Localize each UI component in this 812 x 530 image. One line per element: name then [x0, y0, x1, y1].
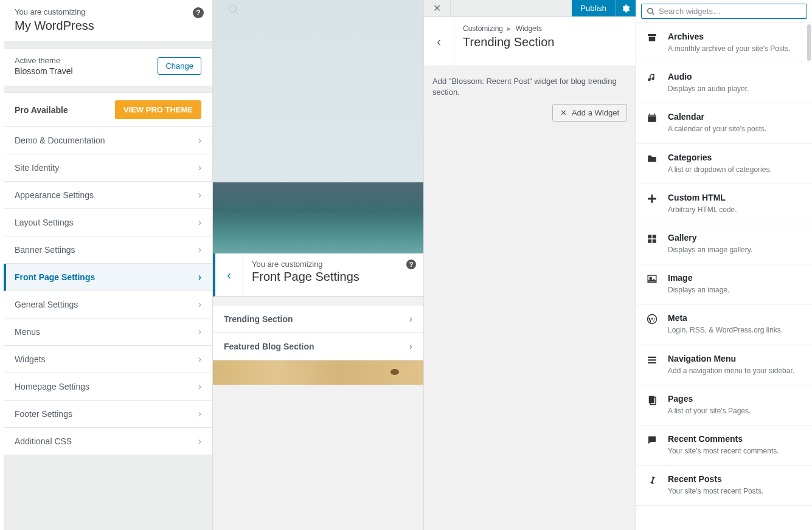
- widget-desc: A list of your site's Pages.: [668, 406, 803, 416]
- search-icon[interactable]: [227, 4, 240, 16]
- archive-icon: [645, 32, 659, 53]
- menu-item-label: Appearance Settings: [15, 190, 94, 200]
- menu-item-widgets[interactable]: Widgets ›: [4, 346, 212, 373]
- gear-icon[interactable]: [615, 0, 636, 16]
- pages-icon: [645, 394, 659, 416]
- chevron-right-icon: ›: [198, 244, 201, 255]
- audio-icon: [645, 72, 659, 94]
- view-pro-theme-button[interactable]: VIEW PRO THEME: [115, 100, 201, 119]
- customizer-root-panel: You are customizing My WordPress ? Activ…: [4, 0, 213, 530]
- section-item-trending[interactable]: Trending Section ›: [213, 306, 423, 333]
- menu-item-banner-settings[interactable]: Banner Settings ›: [4, 236, 212, 264]
- menu-item-front-page-settings[interactable]: Front Page Settings ›: [4, 264, 212, 291]
- widget-item-nav-menu[interactable]: Navigation Menu Add a navigation menu to…: [636, 345, 812, 385]
- svg-line-1: [235, 12, 238, 15]
- panel1-menu-list: Demo & Documentation › Site Identity › A…: [4, 127, 212, 455]
- menu-item-label: Menus: [15, 327, 40, 337]
- widget-name: Pages: [668, 394, 803, 404]
- widget-name: Navigation Menu: [668, 354, 803, 363]
- chevron-right-icon: ›: [198, 272, 201, 283]
- panel3-title: Trending Section: [463, 35, 627, 49]
- widget-item-categories[interactable]: Categories A list or dropdown of categor…: [636, 144, 812, 184]
- menu-item-label: Additional CSS: [15, 436, 72, 446]
- panel3-description: Add "Blossom: Recent Post" widget for bl…: [424, 66, 636, 104]
- widget-item-recent-comments[interactable]: Recent Comments Your site's most recent …: [636, 425, 812, 466]
- comment-icon: [645, 434, 659, 456]
- scrollbar[interactable]: [807, 24, 811, 61]
- menu-item-homepage-settings[interactable]: Homepage Settings ›: [4, 373, 212, 401]
- section-item-featured-blog[interactable]: Featured Blog Section ›: [213, 333, 423, 360]
- widget-desc: Arbitrary HTML code.: [668, 205, 803, 215]
- widget-search[interactable]: [641, 4, 807, 19]
- widget-item-audio[interactable]: Audio Displays an audio player.: [636, 63, 812, 103]
- menu-item-additional-css[interactable]: Additional CSS ›: [4, 428, 212, 455]
- active-theme-label: Active theme: [15, 56, 73, 65]
- svg-rect-14: [648, 239, 651, 243]
- preview-sand-image: [213, 360, 423, 385]
- menu-item-label: Widgets: [15, 354, 46, 364]
- svg-line-3: [652, 12, 654, 15]
- pro-available-label: Pro Available: [15, 105, 68, 115]
- widget-item-custom-html[interactable]: Custom HTML Arbitrary HTML code.: [636, 184, 812, 224]
- widget-item-calendar[interactable]: Calendar A calendar of your site's posts…: [636, 103, 812, 143]
- menu-item-footer-settings[interactable]: Footer Settings ›: [4, 401, 212, 428]
- widget-name: Categories: [668, 153, 803, 162]
- widget-desc: Add a navigation menu to your sidebar.: [668, 366, 803, 376]
- search-icon: [647, 7, 655, 16]
- chevron-right-icon: ›: [198, 354, 201, 365]
- panel1-subtitle: You are customizing: [15, 7, 201, 16]
- widget-list: Archives A monthly archive of your site'…: [636, 23, 812, 506]
- trending-section-panel: ✕ Publish ‹ Customizing ▸ Widgets Trendi…: [423, 0, 636, 530]
- widget-desc: A monthly archive of your site's Posts.: [668, 44, 803, 53]
- section-item-label: Featured Blog Section: [224, 342, 314, 351]
- widget-desc: Your site's most recent Posts.: [668, 486, 803, 496]
- chevron-right-icon: ›: [198, 408, 201, 419]
- preview-sky-image: [213, 0, 423, 182]
- close-button[interactable]: ✕: [424, 0, 451, 16]
- breadcrumb: Customizing ▸ Widgets: [463, 24, 627, 33]
- svg-rect-20: [648, 359, 656, 360]
- widget-desc: Login, RSS, & WordPress.org links.: [668, 325, 803, 335]
- widget-item-archives[interactable]: Archives A monthly archive of your site'…: [636, 23, 812, 63]
- help-icon[interactable]: ?: [193, 7, 204, 18]
- panel3-header: ‹ Customizing ▸ Widgets Trending Section: [424, 17, 636, 66]
- widget-name: Custom HTML: [668, 193, 803, 202]
- svg-rect-9: [654, 114, 655, 116]
- svg-point-2: [648, 8, 653, 13]
- pro-available-row: Pro Available VIEW PRO THEME: [4, 92, 212, 127]
- gallery-icon: [645, 233, 659, 255]
- menu-item-demo-documentation[interactable]: Demo & Documentation ›: [4, 127, 212, 154]
- widget-search-input[interactable]: [659, 7, 802, 16]
- widget-name: Meta: [668, 313, 803, 323]
- chevron-right-icon: ›: [198, 190, 201, 201]
- menu-item-layout-settings[interactable]: Layout Settings ›: [4, 209, 212, 236]
- add-widget-button[interactable]: ✕ Add a Widget: [552, 104, 627, 122]
- folder-icon: [645, 153, 659, 174]
- widget-item-recent-posts[interactable]: Recent Posts Your site's most recent Pos…: [636, 466, 812, 506]
- pin-icon: [645, 474, 659, 496]
- widget-desc: Displays an audio player.: [668, 84, 803, 94]
- widget-chooser-panel: Archives A monthly archive of your site'…: [636, 0, 812, 530]
- widget-item-image[interactable]: Image Displays an image.: [636, 264, 812, 305]
- widget-name: Archives: [668, 32, 803, 41]
- active-theme-name: Blossom Travel: [15, 66, 73, 76]
- widget-name: Calendar: [668, 112, 803, 122]
- widget-item-meta[interactable]: Meta Login, RSS, & WordPress.org links.: [636, 305, 812, 345]
- publish-button[interactable]: Publish: [572, 0, 615, 16]
- menu-item-site-identity[interactable]: Site Identity ›: [4, 154, 212, 182]
- widget-item-pages[interactable]: Pages A list of your site's Pages.: [636, 385, 812, 425]
- change-theme-button[interactable]: Change: [158, 57, 201, 75]
- help-icon[interactable]: ?: [406, 260, 416, 269]
- back-button[interactable]: ‹: [215, 253, 243, 296]
- widget-name: Gallery: [668, 233, 803, 243]
- widget-item-gallery[interactable]: Gallery Displays an image gallery.: [636, 224, 812, 264]
- menu-item-general-settings[interactable]: General Settings ›: [4, 291, 212, 318]
- svg-rect-21: [648, 362, 656, 363]
- widget-desc: Displays an image gallery.: [668, 245, 803, 255]
- menu-item-menus[interactable]: Menus ›: [4, 318, 212, 346]
- svg-rect-5: [649, 37, 656, 42]
- panel2-header: ‹ You are customizing Front Page Setting…: [213, 253, 423, 297]
- widget-desc: A list or dropdown of categories.: [668, 165, 803, 174]
- back-button[interactable]: ‹: [424, 17, 454, 66]
- menu-item-appearance-settings[interactable]: Appearance Settings ›: [4, 182, 212, 209]
